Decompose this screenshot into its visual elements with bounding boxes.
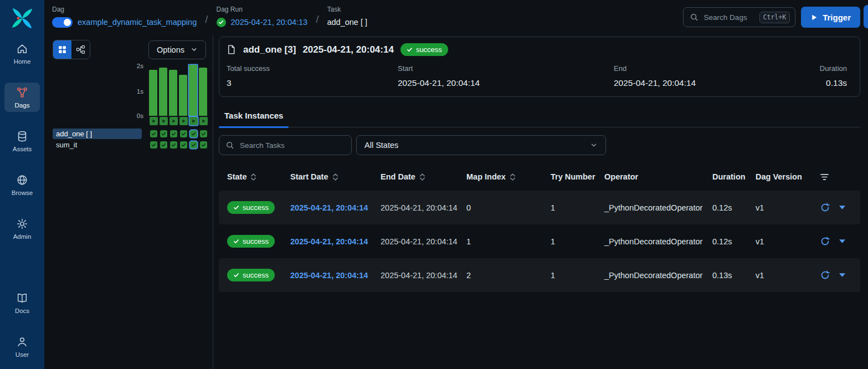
task-instance-square[interactable] bbox=[180, 141, 187, 148]
tab-task-instances[interactable]: Task Instances bbox=[219, 106, 289, 127]
dag-version-cell: v1 bbox=[756, 271, 811, 280]
task-summary-card: add_one [3] 2025-04-21, 20:04:14 success… bbox=[219, 37, 860, 97]
sidebar-item-dags[interactable]: Dags bbox=[4, 83, 40, 112]
grid-task-rows: add_one [ ]sum_it bbox=[44, 128, 213, 150]
rerun-icon[interactable] bbox=[820, 270, 830, 280]
task-instance-square[interactable] bbox=[190, 130, 197, 137]
sidebar-item-home[interactable]: Home bbox=[4, 39, 40, 68]
chevron-down-icon bbox=[590, 141, 598, 149]
run-state-tile[interactable] bbox=[160, 117, 168, 125]
task-search-box[interactable] bbox=[219, 135, 352, 155]
task-search-input[interactable] bbox=[239, 141, 327, 150]
grid-task-name[interactable]: sum_it bbox=[53, 140, 142, 150]
column-header-state[interactable]: State bbox=[227, 172, 290, 182]
options-button[interactable]: Options bbox=[148, 40, 206, 59]
run-duration-bar[interactable] bbox=[159, 68, 167, 116]
column-header-start-date[interactable]: Start Date bbox=[290, 172, 381, 182]
column-header-operator[interactable]: Operator bbox=[604, 172, 712, 181]
grid-panel: Options 2s 1s 0s add_one [ ]sum_it bbox=[44, 35, 213, 369]
run-duration-bar[interactable] bbox=[149, 70, 157, 116]
start-date-link[interactable]: 2025-04-21, 20:04:14 bbox=[290, 203, 368, 212]
airflow-logo[interactable] bbox=[9, 6, 35, 31]
column-header-end-date[interactable]: End Date bbox=[381, 172, 466, 182]
task-instance-square[interactable] bbox=[200, 130, 207, 137]
dag-version-cell: v1 bbox=[756, 237, 811, 246]
row-status-badge: success bbox=[227, 201, 275, 214]
run-state-tile[interactable] bbox=[179, 117, 188, 125]
graph-view-button[interactable] bbox=[71, 40, 90, 59]
task-crumb-value: add_one [ ] bbox=[327, 18, 367, 27]
sort-icon[interactable] bbox=[250, 172, 256, 182]
offscreen-partial-button[interactable] bbox=[864, 5, 868, 28]
options-button-label: Options bbox=[157, 45, 184, 54]
row-actions bbox=[811, 203, 860, 212]
sidebar-item-browse[interactable]: Browse bbox=[4, 170, 40, 199]
task-instance-row[interactable]: success2025-04-21, 20:04:142025-04-21, 2… bbox=[219, 191, 860, 224]
run-state-tile[interactable] bbox=[150, 117, 158, 125]
dag-crumb-label: Dag bbox=[52, 6, 197, 13]
dag-search-input[interactable] bbox=[703, 13, 755, 22]
sidebar-item-user[interactable]: User bbox=[4, 332, 40, 361]
run-duration-bar[interactable] bbox=[169, 70, 177, 116]
task-instance-square[interactable] bbox=[160, 141, 167, 148]
search-shortcut-kbd: Ctrl+K bbox=[759, 12, 790, 23]
admin-icon bbox=[16, 218, 28, 230]
dag-run-link[interactable]: 2025-04-21, 20:04:13 bbox=[231, 18, 308, 27]
grid-task-name[interactable]: add_one [ ] bbox=[53, 129, 142, 139]
column-header-try-number[interactable]: Try Number bbox=[551, 172, 604, 181]
filter-icon[interactable] bbox=[820, 173, 829, 181]
dag-run-crumb-label: Dag Run bbox=[217, 6, 308, 13]
run-duration-bar[interactable] bbox=[189, 65, 197, 116]
axis-tick-2s: 2s bbox=[137, 63, 143, 69]
browse-icon bbox=[16, 174, 28, 186]
airflow-pinwheel-icon bbox=[9, 6, 35, 31]
grid-view-button[interactable] bbox=[53, 40, 71, 59]
sort-icon[interactable] bbox=[332, 172, 338, 182]
map-index-cell: 0 bbox=[466, 203, 551, 212]
dag-version-cell: v1 bbox=[756, 203, 811, 212]
trigger-button-label: Trigger bbox=[823, 13, 851, 22]
task-instance-square[interactable] bbox=[190, 141, 197, 148]
rerun-icon[interactable] bbox=[820, 203, 830, 212]
run-state-tile[interactable] bbox=[170, 117, 178, 125]
trigger-button[interactable]: Trigger bbox=[801, 7, 860, 28]
column-header-map-index[interactable]: Map Index bbox=[466, 172, 551, 182]
sort-icon[interactable] bbox=[510, 172, 516, 182]
detail-tabs: Task Instances bbox=[219, 106, 860, 127]
task-instance-square[interactable] bbox=[150, 141, 157, 148]
sidebar-item-assets[interactable]: Assets bbox=[4, 126, 40, 156]
dag-name-link[interactable]: example_dynamic_task_mapping bbox=[78, 18, 197, 27]
start-date-link[interactable]: 2025-04-21, 20:04:14 bbox=[290, 271, 368, 280]
task-instance-square[interactable] bbox=[170, 130, 177, 137]
state-filter-select[interactable]: All States bbox=[356, 135, 606, 155]
row-menu-caret-icon[interactable] bbox=[839, 206, 845, 209]
run-duration-bar[interactable] bbox=[179, 75, 187, 116]
column-header-dag-version[interactable]: Dag Version bbox=[756, 172, 811, 181]
run-duration-bar[interactable] bbox=[199, 68, 207, 116]
grid-view-icon bbox=[58, 45, 67, 54]
sidebar-item-label: Docs bbox=[15, 308, 29, 314]
task-instance-row[interactable]: success2025-04-21, 20:04:142025-04-21, 2… bbox=[219, 258, 860, 292]
dag-search-box[interactable]: Ctrl+K bbox=[683, 7, 796, 27]
row-menu-caret-icon[interactable] bbox=[839, 239, 845, 243]
summary-stats: Total success 3 Start 2025-04-21, 20:04:… bbox=[226, 64, 853, 88]
column-header-duration[interactable]: Duration bbox=[712, 172, 756, 181]
dag-pause-toggle[interactable] bbox=[52, 17, 73, 28]
task-instance-square[interactable] bbox=[200, 141, 207, 148]
app-root: HomeDagsAssetsBrowseAdmin DocsUser Dag e… bbox=[0, 0, 868, 369]
run-state-tile[interactable] bbox=[189, 117, 198, 125]
run-state-tile[interactable] bbox=[199, 117, 208, 125]
task-instance-square[interactable] bbox=[180, 130, 187, 137]
row-menu-caret-icon[interactable] bbox=[839, 273, 845, 277]
sort-icon[interactable] bbox=[419, 172, 425, 182]
rerun-icon[interactable] bbox=[820, 237, 830, 246]
sidebar-item-admin[interactable]: Admin bbox=[4, 214, 40, 243]
sidebar-item-docs[interactable]: Docs bbox=[4, 288, 40, 317]
task-instance-row[interactable]: success2025-04-21, 20:04:142025-04-21, 2… bbox=[219, 224, 860, 258]
task-instance-square[interactable] bbox=[170, 141, 177, 148]
play-icon bbox=[810, 14, 818, 21]
task-instance-square[interactable] bbox=[160, 130, 167, 137]
task-instance-square[interactable] bbox=[150, 130, 157, 137]
duration-cell: 0.12s bbox=[712, 237, 756, 246]
start-date-link[interactable]: 2025-04-21, 20:04:14 bbox=[290, 237, 368, 246]
